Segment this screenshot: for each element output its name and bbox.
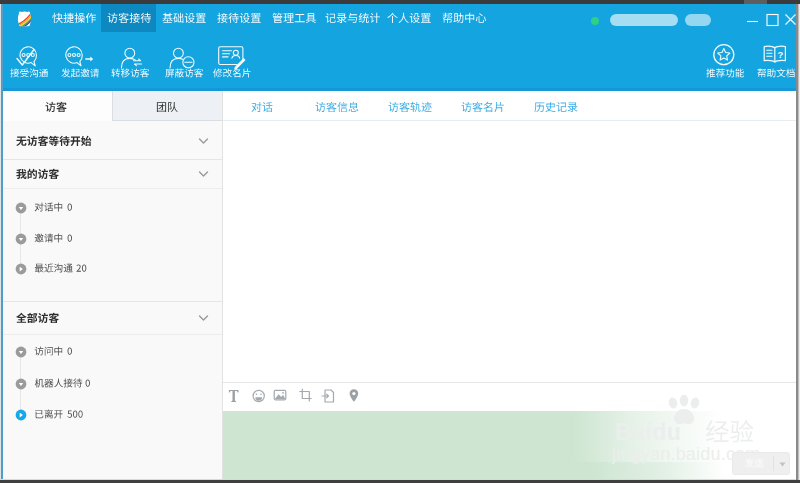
svg-text:?: ? bbox=[778, 49, 784, 60]
